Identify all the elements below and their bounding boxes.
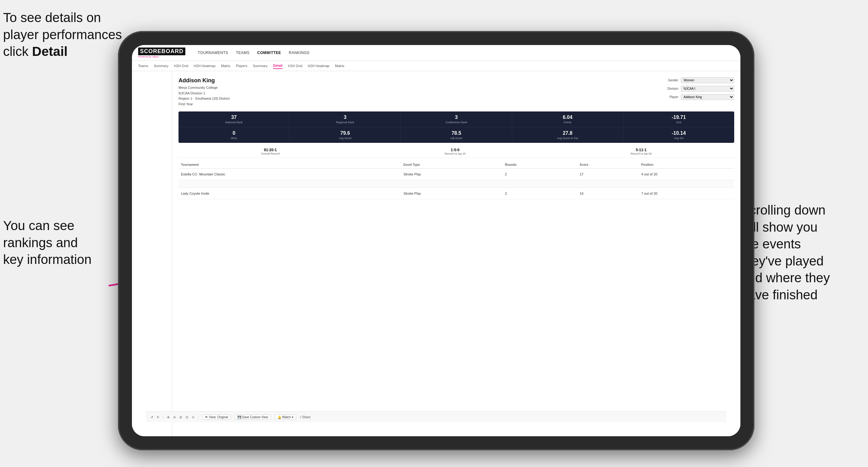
- sub-nav: Teams Summary H2H Grid H2H Heatmap Matri…: [132, 61, 740, 71]
- nav-tournaments[interactable]: TOURNAMENTS: [198, 51, 228, 55]
- main-content: Addison King Mesa Community College NJCA…: [132, 71, 740, 436]
- division-select[interactable]: NJCAA I: [681, 86, 734, 92]
- top50-record-label: Record vs top 50: [630, 152, 652, 155]
- stat-sos: -19.71 SoS: [623, 112, 734, 127]
- gender-select[interactable]: Women: [681, 77, 734, 83]
- player-info: Addison King Mesa Community College NJCA…: [179, 77, 229, 107]
- stat-avg-score-par: 27.8 Avg Score to Par: [512, 127, 623, 143]
- stats-row-2: 0 Wins 79.6 Avg Score 78.5 Adj Score 2: [179, 127, 734, 143]
- avg-score-par-label: Avg Score to Par: [515, 136, 621, 140]
- score-3: 16: [577, 188, 639, 199]
- player-division: NJCAA Division 1: [179, 91, 229, 96]
- overall-record-label: Overall Record: [261, 152, 280, 155]
- tournament-name-3: Lady Coyote Invite: [179, 188, 401, 199]
- share-button[interactable]: ⤴ Share: [300, 415, 311, 419]
- nav-rankings[interactable]: RANKINGS: [289, 51, 310, 55]
- tab-h2h-heatmap[interactable]: H2H Heatmap: [194, 63, 215, 69]
- tablet-shell: SCOREBOARD Powered by clippd TOURNAMENTS…: [118, 31, 754, 450]
- undo-button[interactable]: ↺: [151, 415, 153, 419]
- col-score: Score: [577, 161, 639, 168]
- redo-button[interactable]: ↻: [157, 415, 159, 419]
- regional-rank-value: 3: [292, 115, 398, 120]
- tournament-name-1: Estella CC- Mountain Classic: [179, 168, 401, 180]
- col-position: Position: [639, 161, 734, 168]
- nav-teams[interactable]: TEAMS: [236, 51, 250, 55]
- filter-gender: Gender Women: [660, 77, 734, 83]
- nav-committee[interactable]: COMMITTEE: [257, 51, 281, 55]
- top25-record-value: 1-5-0: [444, 148, 466, 152]
- annotation-right: Scrolling down will show you the events …: [741, 202, 865, 304]
- watch-icon: 🔔: [278, 415, 281, 419]
- avg-score-par-value: 27.8: [515, 130, 621, 136]
- bottom-toolbar: ↺ ↻ ⊕ ⊖ ⊟ ⊡ ⊙ 👁 View: Original 💾 Save Cu…: [146, 411, 726, 422]
- annotation-bottom-left: You can see rankings and key information: [3, 217, 121, 268]
- toolbar-divider-1: [163, 414, 163, 419]
- tab-h2h-grid2[interactable]: H2H Grid: [288, 63, 302, 69]
- conference-rank-value: 3: [403, 115, 509, 120]
- player-college: Mesa Community College: [179, 85, 229, 91]
- save-custom-button[interactable]: 💾 Save Custom View: [235, 414, 271, 420]
- records-row: 91-20-1 Overall Record 1-5-0 Record vs t…: [179, 145, 734, 158]
- stats-grid: 37 National Rank 3 Regional Rank 3 Confe…: [179, 112, 734, 143]
- tool-2[interactable]: ⊖: [173, 415, 176, 419]
- table-row-empty: [179, 180, 734, 188]
- tab-detail[interactable]: Detail: [273, 63, 282, 69]
- tab-teams[interactable]: Teams: [138, 63, 148, 69]
- col-rounds: Rounds: [503, 161, 578, 168]
- points-value: 6.04: [515, 115, 621, 120]
- gender-label: Gender: [660, 79, 678, 82]
- scoreboard-logo: SCOREBOARD Powered by clippd: [138, 48, 185, 58]
- filter-player: Player Addison King: [660, 94, 734, 100]
- tab-h2h-heatmap2[interactable]: H2H Heatmap: [308, 63, 330, 69]
- player-select[interactable]: Addison King: [681, 94, 734, 100]
- avg-sg-label: Avg SG: [626, 136, 732, 140]
- tablet-screen: SCOREBOARD Powered by clippd TOURNAMENTS…: [132, 45, 740, 436]
- tab-summary2[interactable]: Summary: [253, 63, 268, 69]
- share-icon: ⤴: [300, 415, 302, 419]
- stats-row-1: 37 National Rank 3 Regional Rank 3 Confe…: [179, 112, 734, 127]
- tab-h2h-grid[interactable]: H2H Grid: [174, 63, 188, 69]
- sos-label: SoS: [626, 121, 732, 124]
- tool-3[interactable]: ⊟: [180, 415, 182, 419]
- adj-score-label: Adj Score: [403, 136, 509, 140]
- sos-value: -19.71: [626, 115, 732, 120]
- avg-score-value: 79.6: [292, 130, 398, 136]
- stat-wins: 0 Wins: [179, 127, 290, 143]
- col-event-type: Event Type: [401, 161, 503, 168]
- wins-label: Wins: [181, 136, 287, 140]
- stat-avg-sg: -10.14 Avg SG: [623, 127, 734, 143]
- tab-matrix2[interactable]: Matrix: [335, 63, 344, 69]
- player-label: Player: [660, 95, 678, 99]
- event-type-1: Stroke Play: [401, 168, 503, 180]
- stat-adj-score: 78.5 Adj Score: [401, 127, 512, 143]
- tab-summary[interactable]: Summary: [154, 63, 168, 69]
- tab-players[interactable]: Players: [236, 63, 247, 69]
- col-tournament: Tournament: [179, 161, 401, 168]
- tool-1[interactable]: ⊕: [167, 415, 169, 419]
- tool-5[interactable]: ⊙: [192, 415, 194, 419]
- avg-score-label: Avg Score: [292, 136, 398, 140]
- points-label: Points: [515, 121, 621, 124]
- table-row: Lady Coyote Invite Stroke Play 2 16 7 ou…: [179, 188, 734, 199]
- division-label: Division: [660, 87, 678, 90]
- stat-conference-rank: 3 Conference Rank: [401, 112, 512, 127]
- rounds-3: 2: [503, 188, 578, 199]
- position-1: 4 out of 20: [639, 168, 734, 180]
- logo-text: SCOREBOARD: [138, 48, 185, 55]
- powered-by: Powered by clippd: [138, 55, 185, 58]
- top50-record-value: 5-11-1: [630, 148, 652, 152]
- top25-record-label: Record vs top 25: [444, 152, 466, 155]
- conference-rank-label: Conference Rank: [403, 121, 509, 124]
- national-rank-label: National Rank: [181, 121, 287, 124]
- player-region: Region 1 - Southwest (18) District: [179, 96, 229, 101]
- tournament-table: Tournament Event Type Rounds Score Posit…: [179, 161, 734, 199]
- tool-4[interactable]: ⊡: [186, 415, 188, 419]
- player-name: Addison King: [179, 77, 229, 84]
- avg-sg-value: -10.14: [626, 130, 732, 136]
- record-top25: 1-5-0 Record vs top 25: [444, 148, 466, 155]
- score-1: 17: [577, 168, 639, 180]
- view-original-button[interactable]: 👁 View: Original: [202, 414, 231, 420]
- watch-button[interactable]: 🔔 Watch ▾: [275, 414, 296, 420]
- stat-national-rank: 37 National Rank: [179, 112, 290, 127]
- tab-matrix[interactable]: Matrix: [221, 63, 230, 69]
